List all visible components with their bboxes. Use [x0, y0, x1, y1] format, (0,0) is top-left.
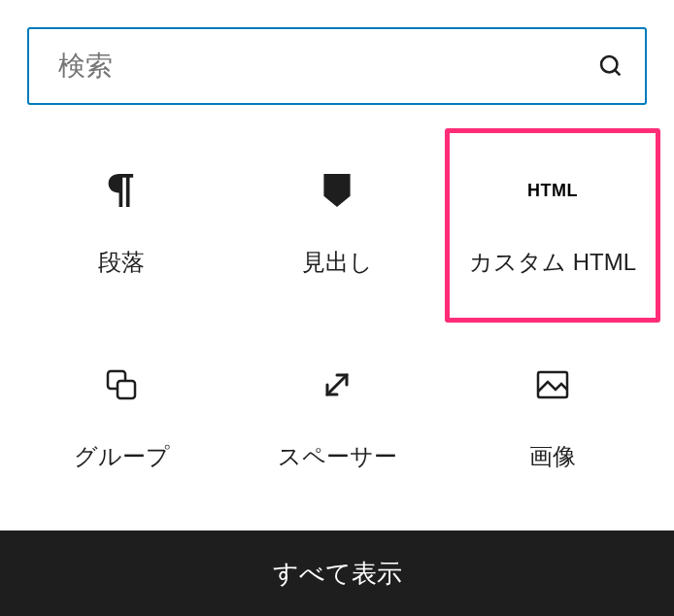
block-label: 見出し — [302, 247, 373, 278]
spacer-icon — [321, 367, 353, 402]
svg-line-4 — [327, 375, 347, 394]
paragraph-icon — [107, 173, 136, 208]
svg-point-0 — [601, 56, 617, 72]
block-spacer[interactable]: スペーサー — [229, 323, 445, 517]
block-label: グループ — [74, 441, 170, 472]
search-box[interactable] — [27, 27, 647, 105]
block-label: 段落 — [98, 247, 145, 278]
html-icon: HTML — [527, 173, 578, 208]
svg-line-1 — [615, 70, 620, 75]
block-group[interactable]: グループ — [14, 323, 229, 517]
block-custom-html[interactable]: HTML カスタム HTML — [445, 128, 660, 323]
block-label: カスタム HTML — [469, 247, 636, 278]
search-wrapper — [0, 0, 674, 105]
block-label: 画像 — [529, 441, 576, 472]
block-heading[interactable]: 見出し — [229, 128, 445, 323]
image-icon — [536, 367, 569, 402]
block-grid: 段落 見出し HTML カスタム HTML グループ — [0, 105, 674, 517]
block-label: スペーサー — [278, 441, 397, 472]
search-input[interactable] — [58, 51, 596, 82]
search-icon[interactable] — [596, 51, 625, 81]
svg-rect-3 — [118, 381, 135, 398]
group-icon — [105, 367, 138, 402]
heading-icon — [323, 173, 351, 208]
block-image[interactable]: 画像 — [445, 323, 660, 517]
block-paragraph[interactable]: 段落 — [14, 128, 229, 323]
show-all-label: すべて表示 — [273, 557, 402, 591]
show-all-button[interactable]: すべて表示 — [0, 530, 674, 616]
